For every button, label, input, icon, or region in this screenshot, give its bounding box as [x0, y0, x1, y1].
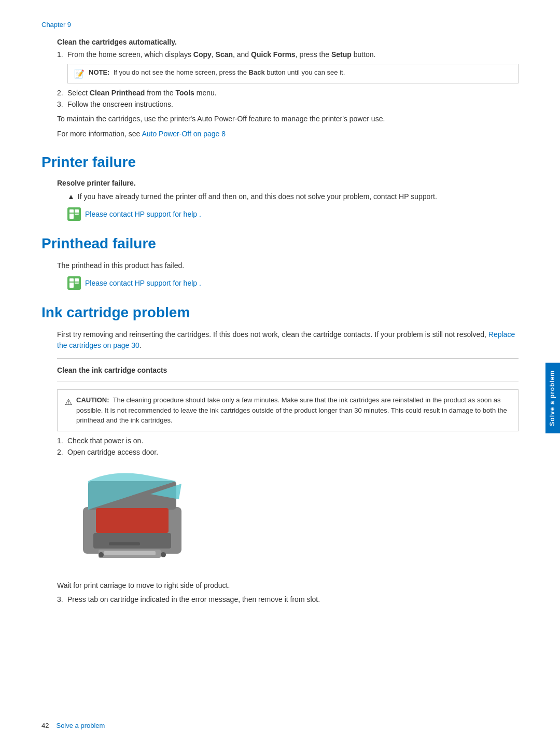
step-3: 3. Follow the onscreen instructions.	[57, 100, 519, 108]
svg-rect-0	[67, 207, 81, 221]
printhead-failure-title: Printhead failure	[41, 235, 519, 252]
ink-cartridge-content: First try removing and reinserting the c…	[41, 329, 519, 603]
printhead-failure-support-row: Please contact HP support for help .	[67, 276, 519, 290]
ink-step-3-text: Press tab on cartridge indicated in the …	[67, 595, 320, 603]
step-2: 2. Select Clean Printhead from the Tools…	[57, 89, 519, 97]
wait-text: Wait for print carriage to move to right…	[57, 580, 519, 591]
caution-icon: ⚠	[65, 396, 72, 409]
more-info-text: For more information, see Auto Power-Off…	[57, 129, 519, 139]
caution-text: CAUTION: The cleaning procedure should t…	[76, 395, 511, 426]
side-tab: Solve a problem	[545, 363, 560, 433]
clean-ink-cartridge-heading: Clean the ink cartridge contacts	[57, 366, 519, 374]
svg-rect-6	[75, 278, 79, 284]
ink-cartridge-description: First try removing and reinserting the c…	[57, 329, 519, 351]
printhead-failure-description: The printhead in this product has failed…	[57, 260, 519, 271]
printer-failure-bullets: ▲ If you have already turned the printer…	[57, 191, 519, 202]
auto-power-off-link[interactable]: Auto Power-Off on page 8	[142, 130, 226, 138]
printer-failure-support-row: Please contact HP support for help .	[67, 207, 519, 221]
printhead-failure-support-link[interactable]: Please contact HP support for help .	[85, 279, 201, 287]
svg-point-16	[161, 552, 166, 557]
svg-rect-10	[93, 533, 171, 549]
ink-step-3: 3. Press tab on cartridge indicated in t…	[57, 595, 519, 603]
printer-svg	[67, 466, 202, 569]
ink-cartridge-steps: 1. Check that power is on. 2. Open cartr…	[57, 437, 519, 456]
page: Chapter 9 Clean the cartridges automatic…	[0, 0, 560, 745]
caution-box: ⚠ CAUTION: The cleaning procedure should…	[57, 389, 519, 431]
printer-failure-support-link[interactable]: Please contact HP support for help .	[85, 210, 201, 218]
ink-step-3-num: 3.	[57, 595, 63, 603]
printer-failure-bullet-1: ▲ If you have already turned the printer…	[67, 191, 519, 202]
maintain-text: To maintain the cartridges, use the prin…	[57, 114, 519, 124]
ink-step-2-text: Open cartridge access door.	[67, 448, 158, 456]
ink-step-1: 1. Check that power is on.	[57, 437, 519, 445]
note-text: NOTE: If you do not see the home screen,…	[89, 68, 345, 76]
clean-cartridges-steps: 1. From the home screen, which displays …	[57, 50, 519, 59]
clean-cartridges-heading: Clean the cartridges automatically.	[57, 38, 519, 46]
note-box: 📝 NOTE: If you do not see the home scree…	[67, 64, 519, 83]
svg-rect-1	[69, 209, 74, 219]
svg-rect-3	[69, 213, 79, 214]
svg-rect-13	[104, 551, 156, 555]
footer-page-number: 42	[41, 722, 49, 729]
step-3-text: Follow the onscreen instructions.	[67, 100, 173, 108]
printer-failure-text: If you have already turned the printer o…	[78, 191, 437, 202]
step-2-num: 2.	[57, 89, 63, 97]
printer-failure-title: Printer failure	[41, 154, 519, 171]
ink-step-2: 2. Open cartridge access door.	[57, 448, 519, 456]
step-1-num: 1.	[57, 50, 63, 59]
ink-cartridge-title: Ink cartridge problem	[41, 304, 519, 321]
ink-step-2-num: 2.	[57, 448, 63, 456]
step-1: 1. From the home screen, which displays …	[57, 50, 519, 59]
ink-step-1-num: 1.	[57, 437, 63, 445]
svg-rect-11	[96, 508, 169, 533]
step-2-text: Select Clean Printhead from the Tools me…	[67, 89, 217, 97]
svg-rect-5	[69, 278, 74, 288]
divider-2	[57, 382, 519, 382]
chapter-label: Chapter 9	[41, 21, 519, 29]
ink-step-1-text: Check that power is on.	[67, 437, 143, 445]
svg-rect-4	[67, 276, 81, 290]
divider-1	[57, 358, 519, 359]
note-icon: 📝	[74, 69, 85, 79]
svg-rect-7	[69, 282, 79, 283]
svg-rect-14	[109, 542, 140, 545]
footer-label: Solve a problem	[56, 722, 105, 729]
ink-cartridge-step3-list: 3. Press tab on cartridge indicated in t…	[57, 595, 519, 603]
page-footer: 42 Solve a problem	[41, 722, 519, 729]
clean-cartridges-steps-2: 2. Select Clean Printhead from the Tools…	[57, 89, 519, 108]
svg-point-15	[99, 552, 104, 557]
svg-rect-2	[75, 209, 79, 215]
hp-support-icon-2	[67, 276, 81, 290]
printhead-failure-content: The printhead in this product has failed…	[41, 260, 519, 290]
resolve-printer-heading: Resolve printer failure.	[57, 179, 519, 187]
step-3-num: 3.	[57, 100, 63, 108]
note-label: NOTE:	[89, 68, 109, 76]
printer-illustration	[67, 466, 519, 571]
clean-cartridges-section: Clean the cartridges automatically. 1. F…	[41, 38, 519, 139]
hp-support-icon	[67, 207, 81, 221]
printer-failure-content: Resolve printer failure. ▲ If you have a…	[41, 179, 519, 221]
triangle-bullet-1: ▲	[67, 191, 75, 202]
step-1-text: From the home screen, which displays Cop…	[67, 50, 376, 59]
